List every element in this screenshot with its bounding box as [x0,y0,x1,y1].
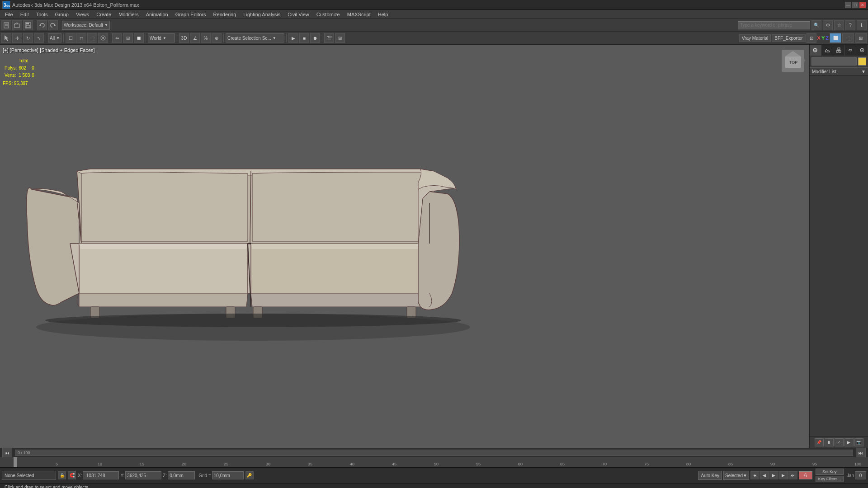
auto-key-button[interactable]: Auto Key [698,471,722,480]
world-dropdown[interactable]: World ▼ [148,33,175,42]
info-button[interactable]: ℹ [857,20,867,30]
timeline-end-btn[interactable]: ⏭ [856,448,866,458]
set-key-button[interactable]: Set Key [816,469,844,475]
menu-edit[interactable]: Edit [17,11,32,18]
menu-tools[interactable]: Tools [33,11,51,18]
window-controls[interactable]: — □ ✕ [845,2,866,8]
move-tool[interactable]: ✛ [12,33,22,43]
frame-input[interactable] [799,471,812,479]
select-tool[interactable] [1,33,11,43]
color-swatch[interactable] [858,57,866,66]
viewport[interactable]: [+] [Perspective] [Shaded + Edged Faces]… [0,45,809,448]
play-btn-t[interactable]: ▶ [288,33,298,43]
menu-animation[interactable]: Animation [143,11,171,18]
lock-icon[interactable]: 🔒 [58,471,66,479]
undo-button[interactable] [37,20,47,30]
svg-point-42 [861,50,863,51]
menu-customize[interactable]: Customize [313,11,343,18]
extra-btn1[interactable]: ⊡ [807,33,816,43]
mod-play-btn[interactable]: ▶ [844,438,854,446]
stop-btn-t[interactable]: ■ [299,33,309,43]
select-all-btn[interactable] [98,33,108,43]
view-cube-btn[interactable]: ⬜ [830,33,841,43]
render-frame-btn[interactable]: ⊞ [335,33,345,43]
timeline-start-btn[interactable]: ⏮ [2,448,12,458]
menu-lighting-analysis[interactable]: Lighting Analysis [240,11,283,18]
menu-group[interactable]: Group [52,11,72,18]
rpanel-tab-display[interactable] [856,45,868,56]
step-fwd-btn[interactable]: ▶ [779,471,788,479]
jan-input[interactable] [855,471,866,479]
menu-maxscript[interactable]: MAXScript [344,11,374,18]
view-btn3[interactable]: ⊞ [855,33,867,43]
create-selection-dropdown[interactable]: Create Selection Sc... ▼ [226,33,284,42]
settings-button[interactable]: ⚙ [823,20,833,30]
menu-help[interactable]: Help [375,11,392,18]
snap-3d-btn[interactable]: 3D [179,33,189,43]
scale-tool[interactable]: ⤡ [34,33,44,43]
rpanel-tab-modify[interactable] [821,45,833,56]
view-btn2[interactable]: ⬚ [842,33,854,43]
timeline-progress[interactable]: 0 / 100 [15,450,853,456]
redo-button[interactable] [48,20,58,30]
menu-civil-view[interactable]: Civil View [284,11,312,18]
open-button[interactable] [12,20,22,30]
viewport-nav[interactable]: TOP [779,47,807,75]
menu-file[interactable]: File [2,11,16,18]
rpanel-tab-motion[interactable] [844,45,856,56]
timeline-track[interactable]: 0510152025303540455055606570758085909510… [0,457,868,467]
save-button[interactable] [23,20,33,30]
viewport-stats: Total Polys: 602 0 Verts: 1 503 0 [3,57,36,79]
selected-dropdown[interactable]: Selected ▼ [723,471,749,480]
menu-rendering[interactable]: Rendering [210,11,240,18]
rpanel-tab-create[interactable] [810,45,821,56]
y-input[interactable] [125,471,161,479]
search-button[interactable]: 🔍 [811,20,821,30]
workspace-dropdown[interactable]: Workspace: Default ▼ [62,21,110,30]
mod-camera-btn[interactable]: 📷 [854,438,863,446]
play-btn-main[interactable]: ▶ [769,471,778,479]
view-cube[interactable]: TOP [779,47,807,75]
menu-views[interactable]: Views [73,11,92,18]
render-btn[interactable]: 🎬 [324,33,334,43]
search-input[interactable] [738,21,810,29]
select-filter-btn[interactable]: ☐ [66,33,75,43]
select-region-btn[interactable]: ◻ [76,33,86,43]
rotate-tool[interactable]: ↻ [23,33,33,43]
x-input[interactable] [83,471,119,479]
help-button[interactable]: ? [845,20,855,30]
menu-graph-editors[interactable]: Graph Editors [172,11,209,18]
new-button[interactable] [1,20,11,30]
mod-check-btn[interactable]: ✓ [835,438,844,446]
minimize-button[interactable]: — [845,2,851,8]
bookmark-button[interactable]: ☆ [834,20,844,30]
select-crossing-btn[interactable]: ⬚ [87,33,97,43]
angle-snap-btn[interactable]: ∠ [190,33,200,43]
menu-modifiers[interactable]: Modifiers [115,11,142,18]
step-back-btn[interactable]: ◀ [760,471,769,479]
grid-input[interactable] [212,471,244,479]
mod-pause-btn[interactable]: ⏸ [825,438,834,446]
layer-dropdown[interactable]: All ▼ [48,33,61,42]
maximize-button[interactable]: □ [852,2,859,8]
key-filters-button[interactable]: Key Filters... [816,476,844,482]
prev-frame-btn[interactable]: ⏮ [750,471,760,479]
color-input-box[interactable] [811,57,857,66]
snap-btn[interactable]: 🔲 [134,33,144,43]
mirror-btn[interactable]: ⇔ [112,33,122,43]
record-btn-t[interactable]: ⏺ [310,33,320,43]
menu-create[interactable]: Create [93,11,114,18]
rpanel-tab-hierarchy[interactable] [833,45,845,56]
close-button[interactable]: ✕ [859,2,866,8]
next-frame-btn[interactable]: ⏭ [788,471,797,479]
grid-field: Grid = [198,471,244,479]
magnet-icon[interactable]: 🧲 [68,471,76,479]
modifier-dropdown-arrow[interactable]: ▼ [861,69,866,74]
z-input[interactable] [168,471,195,479]
percent-snap-btn[interactable]: % [201,33,211,43]
mod-pin-btn[interactable]: 📌 [815,438,824,446]
align-btn[interactable]: ⊟ [123,33,133,43]
timeline-slider[interactable] [14,457,17,467]
key-icon[interactable]: 🔑 [245,471,254,479]
snap-override-btn[interactable]: ⊕ [212,33,222,43]
